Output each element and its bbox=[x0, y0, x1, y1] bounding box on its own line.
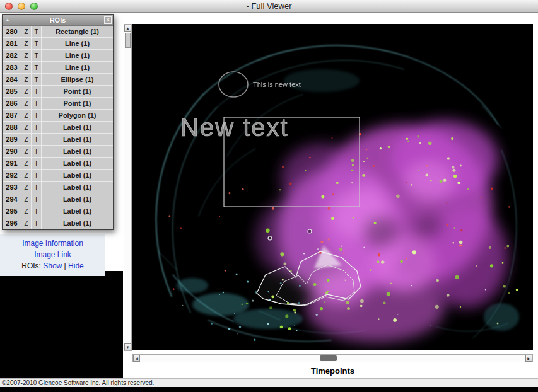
roi-t-toggle[interactable]: T bbox=[32, 146, 42, 158]
roi-id-label: 286 bbox=[3, 98, 21, 110]
roi-id-label: 283 bbox=[3, 62, 21, 74]
rois-show-link[interactable]: Show bbox=[43, 262, 62, 270]
roi-table-row[interactable]: 288 Z T Label (1) bbox=[3, 122, 113, 134]
window-title: - Full Viewer bbox=[246, 1, 291, 11]
roi-type-label: Label (1) bbox=[42, 193, 113, 205]
roi-id-label: 289 bbox=[3, 134, 21, 146]
roi-table-row[interactable]: 286 Z T Point (1) bbox=[3, 98, 113, 110]
roi-z-toggle[interactable]: Z bbox=[21, 205, 32, 217]
roi-point-shape[interactable] bbox=[268, 236, 272, 240]
image-information-link[interactable]: Image Information bbox=[22, 239, 83, 248]
roi-table-row[interactable]: 295 Z T Label (1) bbox=[3, 205, 113, 217]
roi-ellipse-caption[interactable]: This is new text bbox=[253, 81, 301, 88]
roi-type-label: Label (1) bbox=[42, 217, 113, 229]
roi-ellipse-shape[interactable] bbox=[219, 72, 248, 97]
roi-z-toggle[interactable]: Z bbox=[21, 217, 32, 229]
roi-t-toggle[interactable]: T bbox=[32, 182, 42, 193]
roi-point-shape[interactable] bbox=[308, 229, 312, 233]
roi-id-label: 291 bbox=[3, 158, 21, 170]
roi-t-toggle[interactable]: T bbox=[32, 217, 42, 229]
roi-z-toggle[interactable]: Z bbox=[21, 50, 32, 62]
roi-id-label: 280 bbox=[3, 26, 21, 38]
roi-z-toggle[interactable]: Z bbox=[21, 134, 32, 146]
scroll-down-icon[interactable]: ▼ bbox=[124, 343, 131, 350]
roi-z-toggle[interactable]: Z bbox=[21, 26, 32, 38]
timepoint-slider-scrollbar[interactable]: ◀ ▶ bbox=[132, 354, 533, 362]
roi-big-text-label[interactable]: New text bbox=[180, 113, 289, 141]
roi-t-toggle[interactable]: T bbox=[32, 158, 42, 170]
viewer-region: ▲ ▼ bbox=[123, 13, 538, 378]
roi-type-label: Polygon (1) bbox=[42, 110, 113, 122]
roi-z-toggle[interactable]: Z bbox=[21, 193, 32, 205]
zoom-window-button[interactable] bbox=[30, 3, 38, 10]
close-icon[interactable]: ✕ bbox=[104, 16, 112, 24]
roi-table-row[interactable]: 292 Z T Label (1) bbox=[3, 170, 113, 182]
roi-t-toggle[interactable]: T bbox=[32, 170, 42, 182]
roi-z-toggle[interactable]: Z bbox=[21, 182, 32, 193]
roi-type-label: Label (1) bbox=[42, 122, 113, 134]
roi-table-row[interactable]: 290 Z T Label (1) bbox=[3, 146, 113, 158]
roi-type-label: Label (1) bbox=[42, 182, 113, 193]
roi-table-row[interactable]: 281 Z T Line (1) bbox=[3, 38, 113, 50]
rois-hide-link[interactable]: Hide bbox=[68, 262, 84, 270]
roi-t-toggle[interactable]: T bbox=[32, 122, 42, 134]
scroll-right-icon[interactable]: ▶ bbox=[525, 355, 532, 362]
roi-id-label: 284 bbox=[3, 74, 21, 86]
roi-type-label: Line (1) bbox=[42, 38, 113, 50]
roi-z-toggle[interactable]: Z bbox=[21, 170, 32, 182]
roi-id-label: 292 bbox=[3, 170, 21, 182]
roi-t-toggle[interactable]: T bbox=[32, 50, 42, 62]
roi-table-row[interactable]: 285 Z T Point (1) bbox=[3, 86, 113, 98]
roi-t-toggle[interactable]: T bbox=[32, 86, 42, 98]
collapse-arrow-icon[interactable]: ▲ bbox=[5, 17, 10, 23]
roi-t-toggle[interactable]: T bbox=[32, 110, 42, 122]
roi-t-toggle[interactable]: T bbox=[32, 205, 42, 217]
scroll-left-icon[interactable]: ◀ bbox=[133, 355, 140, 362]
roi-t-toggle[interactable]: T bbox=[32, 38, 42, 50]
image-link[interactable]: Image Link bbox=[34, 250, 71, 259]
roi-table-row[interactable]: 289 Z T Label (1) bbox=[3, 134, 113, 146]
roi-id-label: 294 bbox=[3, 193, 21, 205]
roi-z-toggle[interactable]: Z bbox=[21, 38, 32, 50]
roi-t-toggle[interactable]: T bbox=[32, 74, 42, 86]
image-canvas[interactable]: This is new text New text bbox=[132, 24, 533, 350]
magenta-cell-body bbox=[255, 120, 508, 342]
roi-table-row[interactable]: 280 Z T Rectangle (1) bbox=[3, 26, 113, 38]
scroll-up-icon[interactable]: ▲ bbox=[124, 25, 131, 32]
roi-z-toggle[interactable]: Z bbox=[21, 122, 32, 134]
roi-z-toggle[interactable]: Z bbox=[21, 158, 32, 170]
roi-id-label: 287 bbox=[3, 110, 21, 122]
roi-t-toggle[interactable]: T bbox=[32, 98, 42, 110]
roi-t-toggle[interactable]: T bbox=[32, 62, 42, 74]
close-window-button[interactable] bbox=[5, 3, 13, 10]
roi-t-toggle[interactable]: T bbox=[32, 26, 42, 38]
roi-table-row[interactable]: 296 Z T Label (1) bbox=[3, 217, 113, 229]
roi-table-row[interactable]: 293 Z T Label (1) bbox=[3, 182, 113, 193]
roi-table-row[interactable]: 291 Z T Label (1) bbox=[3, 158, 113, 170]
timepoints-label: Timepoints bbox=[132, 366, 533, 376]
roi-t-toggle[interactable]: T bbox=[32, 193, 42, 205]
window-controls bbox=[5, 3, 38, 10]
roi-type-label: Label (1) bbox=[42, 158, 113, 170]
roi-z-toggle[interactable]: Z bbox=[21, 86, 32, 98]
roi-id-label: 281 bbox=[3, 38, 21, 50]
roi-table-row[interactable]: 287 Z T Polygon (1) bbox=[3, 110, 113, 122]
roi-table-row[interactable]: 282 Z T Line (1) bbox=[3, 50, 113, 62]
roi-table-row[interactable]: 284 Z T Ellipse (1) bbox=[3, 74, 113, 86]
roi-t-toggle[interactable]: T bbox=[32, 134, 42, 146]
roi-z-toggle[interactable]: Z bbox=[21, 146, 32, 158]
roi-table-row[interactable]: 283 Z T Line (1) bbox=[3, 62, 113, 74]
roi-table-row[interactable]: 294 Z T Label (1) bbox=[3, 193, 113, 205]
roi-id-label: 295 bbox=[3, 205, 21, 217]
roi-z-toggle[interactable]: Z bbox=[21, 98, 32, 110]
z-slider-thumb[interactable] bbox=[125, 33, 131, 48]
roi-panel-header[interactable]: ▲ ROIs ✕ bbox=[3, 15, 113, 26]
microscopy-image: This is new text New text bbox=[132, 24, 533, 350]
roi-type-label: Rectangle (1) bbox=[42, 26, 113, 38]
minimize-window-button[interactable] bbox=[18, 3, 25, 10]
timepoint-slider-thumb[interactable] bbox=[320, 355, 337, 361]
z-slider-scrollbar[interactable]: ▲ ▼ bbox=[124, 24, 132, 351]
roi-z-toggle[interactable]: Z bbox=[21, 74, 32, 86]
roi-z-toggle[interactable]: Z bbox=[21, 62, 32, 74]
roi-z-toggle[interactable]: Z bbox=[21, 110, 32, 122]
